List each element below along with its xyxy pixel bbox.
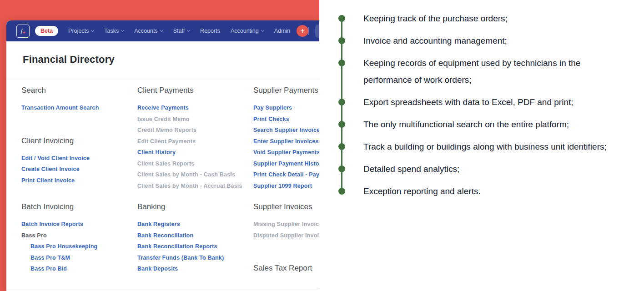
directory-link-bass-pro-housekeeping[interactable]: Bass Pro Housekeeping: [21, 241, 137, 252]
feature-item: Track a building or buildings along with…: [338, 138, 644, 155]
directory-link-disputed-supplier-invoice[interactable]: Disputed Supplier Invoice: [253, 230, 319, 241]
feature-item-text: Keeping records of equipment used by tec…: [363, 55, 620, 88]
navbar-items: ProjectsTasksAccountsStaffReportsAccount…: [68, 28, 290, 34]
section-heading: Supplier Invoices: [253, 202, 319, 211]
feature-item-text: Export spreadsheets with data to Excel, …: [363, 94, 574, 110]
page-bottom-divider: [6, 290, 319, 290]
directory-row: Batch InvoicingBatch Invoice ReportsBass…: [6, 202, 319, 280]
directory-link-bank-reconciliation[interactable]: Bank Reconciliation: [137, 230, 253, 241]
directory-group-label: Bass Pro: [21, 230, 137, 241]
directory-section-supplier-invoices: Supplier InvoicesMissing Supplier Invoic…: [253, 202, 319, 241]
directory-link-client-sales-by-month-cash-basis[interactable]: Client Sales by Month - Cash Basis: [137, 169, 253, 181]
directory-link-supplier-1099-report[interactable]: Supplier 1099 Report: [253, 181, 319, 192]
directory-section-supplier-payments: Supplier PaymentsPay SuppliersPrint Chec…: [253, 86, 319, 191]
directory-link-supplier-payment-history[interactable]: Supplier Payment History: [253, 158, 319, 170]
nav-item-accounts[interactable]: Accounts: [134, 28, 162, 34]
app-logo[interactable]: /+: [16, 25, 30, 38]
nav-item-reports[interactable]: Reports: [200, 28, 220, 34]
directory-link-enter-supplier-invoices[interactable]: Enter Supplier Invoices: [253, 136, 319, 147]
directory-link-client-sales-reports[interactable]: Client Sales Reports: [137, 158, 253, 170]
nav-item-admin[interactable]: Admin: [274, 28, 290, 34]
directory-link-bass-pro-t-m[interactable]: Bass Pro T&M: [21, 252, 137, 264]
chevron-down-icon: [187, 29, 190, 32]
nav-item-label: Reports: [200, 28, 220, 34]
bullet-icon: [338, 37, 345, 44]
nav-item-label: Tasks: [104, 28, 119, 34]
section-heading: Client Invoicing: [21, 136, 137, 146]
directory-link-transaction-amount-search[interactable]: Transaction Amount Search: [21, 102, 137, 114]
feature-list: Keeping track of the purchase orders;Inv…: [338, 10, 644, 200]
feature-item-text: Detailed spend analytics;: [363, 161, 459, 177]
chevron-down-icon: [121, 29, 124, 32]
section-heading: Search: [21, 86, 137, 95]
directory-link-edit-void-client-invoice[interactable]: Edit / Void Client Invoice: [21, 153, 137, 164]
directory-column: Supplier InvoicesMissing Supplier Invoic…: [253, 202, 319, 280]
add-button[interactable]: +: [297, 25, 308, 37]
feature-item: Keeping records of equipment used by tec…: [338, 55, 644, 88]
bullet-icon: [338, 99, 345, 105]
navbar-search[interactable]: [315, 25, 319, 38]
hero-background: /+ Beta ProjectsTasksAccountsStaffReport…: [0, 0, 319, 291]
directory-link-print-check-detail-pay-sup[interactable]: Print Check Detail - Pay Sup: [253, 169, 319, 181]
directory-link-search-supplier-invoices[interactable]: Search Supplier Invoices: [253, 125, 319, 136]
feature-item-text: Keeping track of the purchase orders;: [363, 10, 508, 27]
directory-link-receive-payments[interactable]: Receive Payments: [137, 102, 253, 114]
directory-column: Supplier PaymentsPay SuppliersPrint Chec…: [253, 86, 319, 202]
chevron-down-icon: [91, 29, 94, 32]
nav-item-label: Admin: [274, 28, 290, 34]
chevron-down-icon: [160, 29, 163, 32]
bullet-icon: [338, 143, 345, 150]
financial-directory-page: Financial Directory SearchTransaction Am…: [6, 54, 319, 280]
directory-link-missing-supplier-invoices[interactable]: Missing Supplier Invoices: [253, 219, 319, 230]
feature-item: Exception reporting and alerts.: [338, 183, 644, 200]
feature-item: The only multifunctional search on the e…: [338, 116, 644, 133]
nav-item-staff[interactable]: Staff: [173, 28, 190, 34]
nav-item-projects[interactable]: Projects: [68, 28, 94, 34]
directory-link-batch-invoice-reports[interactable]: Batch Invoice Reports: [21, 219, 137, 230]
directory-link-bank-reconciliation-reports[interactable]: Bank Reconciliation Reports: [137, 241, 253, 252]
section-heading: Banking: [137, 202, 253, 211]
section-heading: Sales Tax Report: [253, 264, 319, 273]
directory-link-bass-pro-bid[interactable]: Bass Pro Bid: [21, 263, 137, 275]
directory-link-credit-memo-reports[interactable]: Credit Memo Reports: [137, 125, 253, 136]
logo-plus: +: [23, 30, 25, 35]
directory-link-print-checks[interactable]: Print Checks: [253, 114, 319, 125]
feature-item-text: Exception reporting and alerts.: [363, 183, 481, 200]
directory-link-transfer-funds-bank-to-bank[interactable]: Transfer Funds (Bank To Bank): [137, 252, 253, 264]
feature-item: Keeping track of the purchase orders;: [338, 10, 644, 27]
directory-link-client-sales-by-month-accrual-basis[interactable]: Client Sales by Month - Accrual Basis: [137, 181, 253, 192]
directory-section-sales-tax-report: Sales Tax Report: [253, 264, 319, 273]
feature-item: Detailed spend analytics;: [338, 161, 644, 177]
directory-link-issue-credit-memo[interactable]: Issue Credit Memo: [137, 114, 253, 125]
bullet-icon: [338, 60, 345, 66]
feature-item-text: Invoice and accounting management;: [363, 32, 507, 49]
nav-item-accounting[interactable]: Accounting: [231, 28, 264, 34]
directory-section-client-payments: Client PaymentsReceive PaymentsIssue Cre…: [137, 86, 253, 191]
app-screenshot: /+ Beta ProjectsTasksAccountsStaffReport…: [6, 20, 319, 291]
directory-link-client-history[interactable]: Client History: [137, 147, 253, 158]
directory-link-bank-registers[interactable]: Bank Registers: [137, 219, 253, 230]
section-heading: Client Payments: [137, 86, 253, 95]
directory-column: BankingBank RegistersBank Reconciliation…: [137, 202, 253, 280]
bullet-icon: [338, 188, 345, 195]
directory-column: Client PaymentsReceive PaymentsIssue Cre…: [137, 86, 253, 202]
directory-link-void-supplier-payments[interactable]: Void Supplier Payments: [253, 147, 319, 158]
nav-item-tasks[interactable]: Tasks: [104, 28, 124, 34]
feature-panel: Keeping track of the purchase orders;Inv…: [319, 0, 644, 291]
beta-badge: Beta: [35, 26, 58, 36]
feature-item: Export spreadsheets with data to Excel, …: [338, 94, 644, 110]
top-navbar: /+ Beta ProjectsTasksAccountsStaffReport…: [6, 20, 319, 41]
directory-link-pay-suppliers[interactable]: Pay Suppliers: [253, 102, 319, 114]
directory-link-print-client-invoice[interactable]: Print Client Invoice: [21, 175, 137, 186]
directory-link-edit-client-payments[interactable]: Edit Client Payments: [137, 136, 253, 147]
directory-column: SearchTransaction Amount SearchClient In…: [21, 86, 137, 202]
directory-link-create-client-invoice[interactable]: Create Client Invoice: [21, 164, 137, 175]
bullet-icon: [338, 166, 345, 172]
feature-items: Keeping track of the purchase orders;Inv…: [338, 10, 644, 200]
nav-item-label: Accounts: [134, 28, 157, 34]
directory-link-bank-deposits[interactable]: Bank Deposits: [137, 263, 253, 275]
feature-item-text: The only multifunctional search on the e…: [363, 116, 569, 133]
directory-grid: SearchTransaction Amount SearchClient In…: [6, 77, 319, 280]
directory-section-client-invoicing: Client InvoicingEdit / Void Client Invoi…: [21, 136, 137, 186]
directory-section-batch-invoicing: Batch InvoicingBatch Invoice ReportsBass…: [21, 202, 137, 275]
